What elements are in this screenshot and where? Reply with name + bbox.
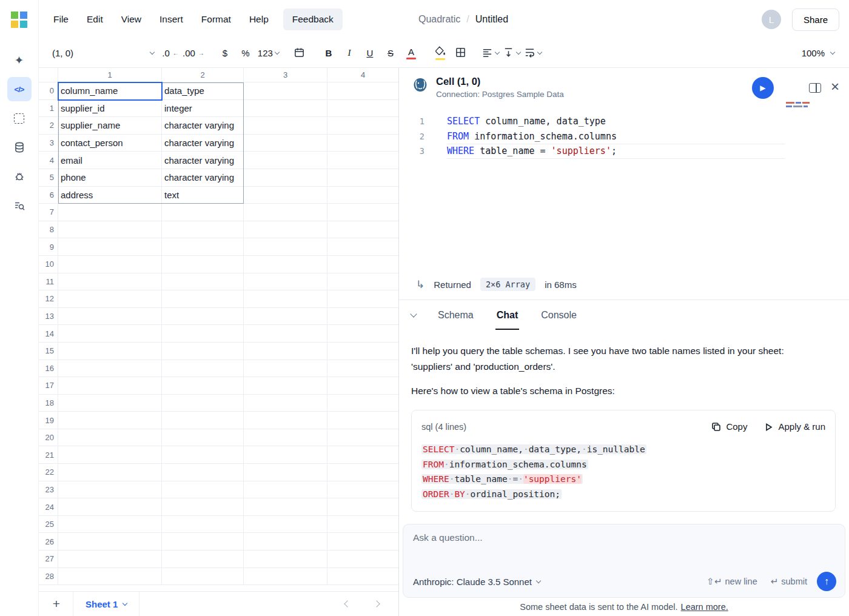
grid-cell[interactable] [244, 395, 327, 412]
column-header-4[interactable]: 4 [327, 68, 398, 82]
chat-messages[interactable]: I'll help you query the table schemas. I… [399, 330, 849, 520]
horizontal-align-dropdown[interactable] [480, 44, 501, 63]
ai-sparkle-icon[interactable]: ✦ [7, 48, 32, 72]
row-header-2[interactable]: 2 [39, 117, 58, 135]
percent-format-button[interactable]: % [235, 44, 256, 63]
submit-button[interactable]: ↑ [817, 572, 836, 591]
row-header-18[interactable]: 18 [39, 395, 58, 412]
grid-cell[interactable] [327, 238, 398, 256]
row-header-10[interactable]: 10 [39, 256, 58, 273]
apply-run-button[interactable]: Apply & run [764, 419, 825, 435]
grid-cell[interactable] [162, 412, 244, 429]
chat-input[interactable] [413, 532, 836, 572]
strikethrough-button[interactable]: S [380, 44, 401, 63]
grid-cell[interactable] [244, 412, 327, 429]
grid-cell[interactable] [327, 395, 398, 412]
grid-cell[interactable]: text [162, 187, 244, 204]
grid-cell[interactable] [327, 290, 398, 308]
grid-cell[interactable] [58, 204, 162, 221]
grid-cell[interactable] [244, 100, 327, 118]
row-header-3[interactable]: 3 [39, 135, 58, 152]
grid-cell[interactable] [58, 464, 162, 481]
row-header-17[interactable]: 17 [39, 377, 58, 395]
vertical-align-dropdown[interactable] [501, 44, 522, 63]
grid-cell[interactable] [327, 100, 398, 118]
bold-button[interactable]: B [318, 44, 339, 63]
grid-cell[interactable] [244, 498, 327, 516]
grid-cell[interactable] [162, 481, 244, 499]
row-header-6[interactable]: 6 [39, 187, 58, 204]
model-selector[interactable]: Anthropic: Claude 3.5 Sonnet [413, 577, 540, 587]
grid-cell[interactable] [244, 187, 327, 204]
grid-cell[interactable] [327, 516, 398, 534]
row-header-20[interactable]: 20 [39, 429, 58, 447]
find-in-sheet-icon[interactable] [7, 193, 32, 218]
tab-chat[interactable]: Chat [495, 300, 520, 330]
grid-cell[interactable] [58, 238, 162, 256]
grid-cell[interactable] [162, 551, 244, 568]
grid-cell[interactable] [327, 481, 398, 499]
row-header-22[interactable]: 22 [39, 464, 58, 481]
grid-cell[interactable] [244, 152, 327, 169]
grid-cell[interactable] [244, 360, 327, 378]
grid-cell[interactable] [162, 568, 244, 586]
grid-cell[interactable] [327, 135, 398, 152]
number-format-dropdown[interactable]: 123 [256, 44, 281, 63]
grid-cell[interactable] [327, 273, 398, 291]
cell-reference-dropdown[interactable]: (1, 0) [45, 48, 160, 58]
grid-cell[interactable] [58, 256, 162, 273]
grid-cell[interactable] [162, 308, 244, 326]
underline-button[interactable]: U [360, 44, 380, 63]
row-header-28[interactable]: 28 [39, 568, 58, 586]
grid-cell[interactable] [327, 343, 398, 360]
add-sheet-button[interactable]: + [47, 597, 65, 611]
grid-cell[interactable] [244, 377, 327, 395]
row-header-24[interactable]: 24 [39, 498, 58, 516]
grid-cell[interactable] [327, 360, 398, 378]
grid-cell[interactable] [327, 82, 398, 100]
grid-cell[interactable] [162, 325, 244, 343]
grid-cell[interactable] [244, 343, 327, 360]
zoom-dropdown[interactable]: 100% [802, 48, 843, 58]
grid-cell[interactable] [244, 204, 327, 221]
grid-cell[interactable] [244, 238, 327, 256]
row-header-12[interactable]: 12 [39, 290, 58, 308]
sql-code-editor[interactable]: 1SELECT column_name, data_type2FROM info… [399, 107, 849, 274]
editor-line[interactable]: 3WHERE table_name = 'suppliers'; [399, 144, 849, 159]
row-header-16[interactable]: 16 [39, 360, 58, 378]
row-header-11[interactable]: 11 [39, 273, 58, 291]
grid-cell[interactable] [244, 117, 327, 135]
decrease-decimals-button[interactable]: .0← [160, 44, 181, 63]
quadratic-logo-icon[interactable] [11, 12, 27, 28]
increase-decimals-button[interactable]: .00→ [181, 44, 206, 63]
grid-cell[interactable] [327, 377, 398, 395]
borders-button[interactable] [451, 44, 471, 63]
date-format-button[interactable] [289, 44, 310, 63]
row-header-15[interactable]: 15 [39, 343, 58, 360]
grid-cell[interactable] [327, 187, 398, 204]
grid-cell[interactable] [58, 498, 162, 516]
row-header-9[interactable]: 9 [39, 238, 58, 256]
grid-cell[interactable] [244, 481, 327, 499]
grid-cell[interactable] [58, 343, 162, 360]
grid-cell[interactable] [162, 256, 244, 273]
grid-cell[interactable] [244, 325, 327, 343]
row-header-5[interactable]: 5 [39, 169, 58, 187]
feedback-button[interactable]: Feedback [283, 8, 343, 30]
grid-cell[interactable] [327, 152, 398, 169]
grid-cell[interactable] [244, 256, 327, 273]
row-header-8[interactable]: 8 [39, 221, 58, 239]
grid-cell[interactable] [327, 412, 398, 429]
column-header-1[interactable]: 1 [58, 68, 162, 82]
row-header-1[interactable]: 1 [39, 100, 58, 118]
grid-cell[interactable] [327, 308, 398, 326]
grid-cell[interactable] [58, 551, 162, 568]
grid-cell[interactable] [58, 481, 162, 499]
editor-line[interactable]: 1SELECT column_name, data_type [399, 114, 849, 129]
grid-cell[interactable] [162, 516, 244, 534]
grid-cell[interactable] [58, 273, 162, 291]
fill-color-button[interactable] [430, 44, 451, 63]
close-panel-icon[interactable]: × [831, 79, 839, 94]
grid-cell[interactable] [327, 533, 398, 551]
grid-cell[interactable] [244, 533, 327, 551]
